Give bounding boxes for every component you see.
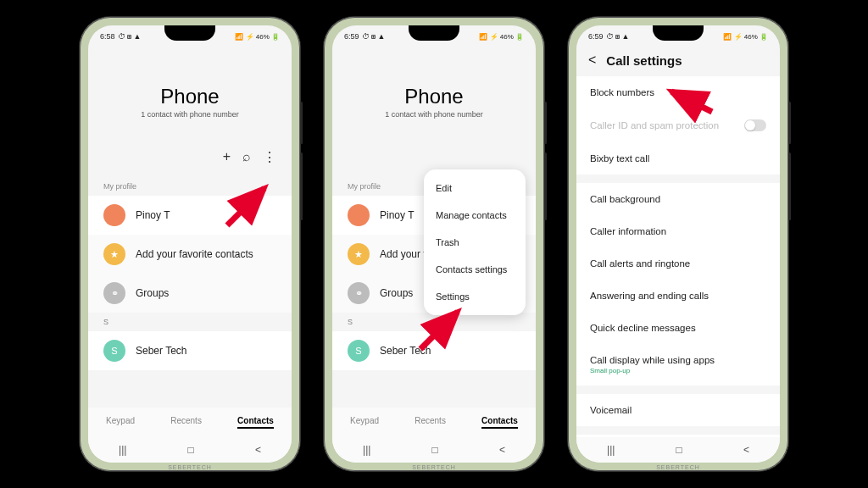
status-time: 6:58 — [100, 32, 115, 41]
bottom-tabs: Keypad Recents Contacts — [88, 408, 292, 437]
menu-edit[interactable]: Edit — [424, 175, 526, 202]
settings-answering[interactable]: Answering and ending calls — [576, 280, 780, 312]
more-icon[interactable]: ⋮ — [263, 149, 276, 165]
menu-contacts-settings[interactable]: Contacts settings — [424, 256, 526, 283]
avatar-profile — [348, 204, 370, 226]
section-my-profile: My profile — [88, 177, 292, 196]
phone-mockup-2: 6:59 ⏱ ▣ ▲ 📶 ⚡ 46% 🔋 Phone 1 contact wit… — [324, 17, 544, 471]
nav-bar: ||| □ < — [332, 437, 536, 463]
status-left-icons: ⏱ ▣ ▲ — [362, 32, 386, 41]
menu-trash[interactable]: Trash — [424, 229, 526, 256]
brand-watermark: SEBERTECH — [412, 464, 456, 470]
nav-back-icon[interactable]: < — [255, 444, 261, 456]
nav-back-icon[interactable]: < — [743, 444, 749, 456]
notch — [409, 25, 459, 41]
settings-display[interactable]: Call display while using apps Small pop-… — [576, 344, 780, 385]
page-title: Phone — [88, 85, 292, 108]
settings-voicemail[interactable]: Voicemail — [576, 394, 780, 426]
status-right-icons: 📶 ⚡ 46% 🔋 — [723, 33, 768, 41]
page-title: Phone — [332, 85, 536, 108]
back-icon[interactable]: < — [588, 53, 596, 68]
status-left-icons: ⏱ ▣ ▲ — [118, 32, 142, 41]
nav-recent-icon[interactable]: ||| — [607, 444, 615, 456]
avatar-profile — [103, 204, 125, 226]
page-subtitle: 1 contact with phone number — [332, 110, 536, 119]
settings-bixby[interactable]: Bixby text call — [576, 142, 780, 175]
star-icon: ★ — [103, 243, 125, 265]
groups-label: Groups — [380, 287, 413, 299]
settings-display-sub: Small pop-up — [590, 367, 715, 374]
section-s: S — [332, 313, 536, 331]
groups-label: Groups — [136, 287, 169, 299]
phone-mockup-3: 6:59 ⏱ ▣ ▲ 📶 ⚡ 46% 🔋 < Call settings Blo… — [568, 17, 788, 471]
tab-contacts[interactable]: Contacts — [481, 416, 518, 429]
toggle-off-icon — [744, 119, 766, 131]
settings-alerts[interactable]: Call alerts and ringtone — [576, 247, 780, 280]
notch — [653, 25, 704, 41]
status-right-icons: 📶 ⚡ 46% 🔋 — [235, 33, 280, 41]
avatar-s: S — [348, 340, 370, 362]
nav-recent-icon[interactable]: ||| — [363, 444, 370, 456]
nav-bar: ||| □ < — [576, 437, 780, 463]
add-icon[interactable]: + — [223, 149, 231, 165]
tab-keypad[interactable]: Keypad — [106, 416, 135, 429]
notch — [164, 25, 215, 41]
contact-name: Seber Tech — [136, 345, 187, 357]
screen-1: 6:58 ⏱ ▣ ▲ 📶 ⚡ 46% 🔋 Phone 1 contact wit… — [88, 25, 292, 463]
tab-recents[interactable]: Recents — [170, 416, 202, 429]
nav-back-icon[interactable]: < — [499, 444, 505, 456]
action-row: + ⌕ ⋮ — [88, 149, 292, 177]
star-icon: ★ — [348, 243, 370, 265]
groups-icon: ⚭ — [348, 282, 370, 304]
overflow-menu: Edit Manage contacts Trash Contacts sett… — [424, 169, 526, 315]
screen-2: 6:59 ⏱ ▣ ▲ 📶 ⚡ 46% 🔋 Phone 1 contact wit… — [332, 25, 536, 463]
section-s: S — [88, 313, 292, 331]
nav-bar: ||| □ < — [88, 437, 292, 463]
settings-header: < Call settings — [576, 44, 780, 76]
profile-name: Pinoy T — [136, 209, 170, 221]
tab-recents[interactable]: Recents — [415, 416, 446, 429]
favorites-label: Add your favorite contacts — [136, 248, 253, 260]
groups-row[interactable]: ⚭ Groups — [88, 274, 292, 313]
menu-manage-contacts[interactable]: Manage contacts — [424, 202, 526, 229]
settings-caller-id: Caller ID and spam protection — [576, 108, 780, 142]
menu-settings[interactable]: Settings — [424, 283, 526, 310]
profile-row[interactable]: Pinoy T — [88, 196, 292, 235]
page-subtitle: 1 contact with phone number — [88, 110, 292, 119]
bottom-tabs: Keypad Recents Contacts — [332, 408, 536, 437]
brand-watermark: SEBERTECH — [168, 464, 212, 470]
contact-row[interactable]: S Seber Tech — [332, 331, 536, 370]
groups-icon: ⚭ — [103, 282, 125, 304]
favorites-row[interactable]: ★ Add your favorite contacts — [88, 235, 292, 274]
brand-watermark: SEBERTECH — [656, 464, 700, 470]
nav-home-icon[interactable]: □ — [432, 444, 438, 456]
nav-home-icon[interactable]: □ — [188, 444, 194, 456]
settings-supplementary[interactable]: Supplementary services — [576, 435, 780, 437]
tab-contacts[interactable]: Contacts — [237, 416, 274, 429]
profile-name: Pinoy T — [380, 209, 414, 221]
status-time: 6:59 — [344, 32, 359, 41]
nav-home-icon[interactable]: □ — [676, 444, 682, 456]
tab-keypad[interactable]: Keypad — [350, 416, 379, 429]
avatar-s: S — [103, 340, 125, 362]
status-right-icons: 📶 ⚡ 46% 🔋 — [479, 33, 524, 41]
search-icon[interactable]: ⌕ — [242, 149, 251, 165]
hero: Phone 1 contact with phone number — [88, 44, 292, 149]
content-area: Phone 1 contact with phone number + ⌕ ⋮ … — [88, 44, 292, 408]
settings-caller-info[interactable]: Caller information — [576, 215, 780, 247]
contact-row[interactable]: S Seber Tech — [88, 331, 292, 370]
settings-call-background[interactable]: Call background — [576, 183, 780, 215]
settings-title: Call settings — [606, 53, 682, 68]
hero: Phone 1 contact with phone number — [332, 44, 536, 149]
settings-block-numbers[interactable]: Block numbers — [576, 76, 780, 108]
nav-recent-icon[interactable]: ||| — [119, 444, 126, 456]
contact-name: Seber Tech — [380, 345, 431, 357]
settings-decline[interactable]: Quick decline messages — [576, 312, 780, 344]
content-area: Phone 1 contact with phone number +⌕⋮ My… — [332, 44, 536, 408]
settings-list[interactable]: Block numbers Caller ID and spam protect… — [576, 76, 780, 437]
screen-3: 6:59 ⏱ ▣ ▲ 📶 ⚡ 46% 🔋 < Call settings Blo… — [576, 25, 780, 463]
status-left-icons: ⏱ ▣ ▲ — [606, 32, 630, 41]
phone-mockup-1: 6:58 ⏱ ▣ ▲ 📶 ⚡ 46% 🔋 Phone 1 contact wit… — [80, 17, 300, 471]
status-time: 6:59 — [588, 32, 604, 41]
